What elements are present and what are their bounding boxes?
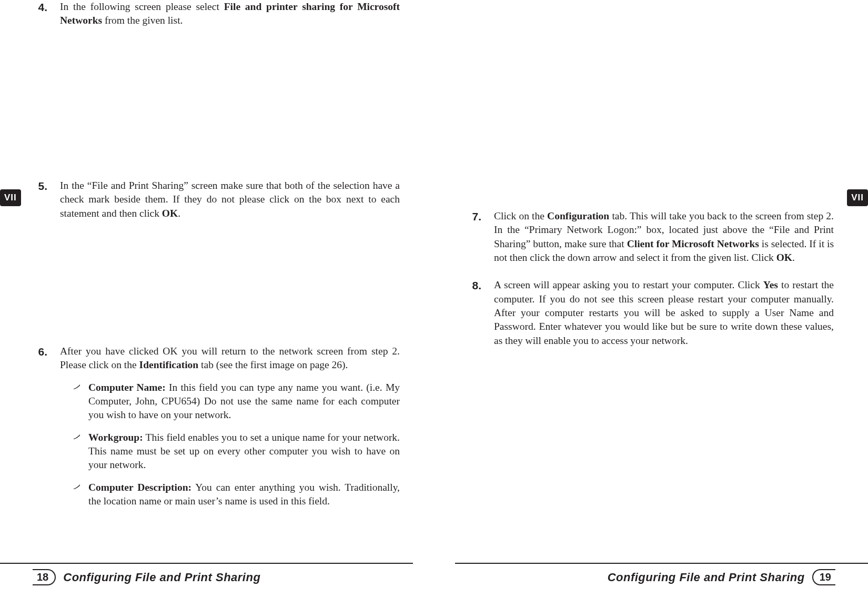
step-6: 6. After you have clicked OK you will re…: [32, 344, 400, 508]
text-bold: Configuration: [547, 210, 609, 221]
page-number-left: 18: [33, 569, 56, 585]
text-run: from the given list.: [102, 15, 183, 26]
text-run: In the “File and Print Sharing” screen m…: [60, 180, 400, 219]
footer-title-right: Configuring File and Print Sharing: [608, 571, 805, 584]
step-number: 4.: [32, 0, 47, 28]
text-bold: Client for Microsoft Networks: [627, 238, 759, 249]
bullet-item: Workgroup: This field enables you to set…: [73, 431, 400, 472]
bullet-icon: [73, 381, 81, 422]
text-run: Click on the: [494, 210, 547, 221]
step-4: 4. In the following screen please select…: [32, 0, 400, 28]
step-text: In the following screen please select Fi…: [60, 0, 400, 28]
step-5: 5. In the “File and Print Sharing” scree…: [32, 179, 400, 220]
step-text: A screen will appear asking you to resta…: [494, 278, 834, 348]
bullet-label: Computer Description:: [88, 482, 191, 493]
step-number: 5.: [32, 179, 47, 220]
step-8: 8. A screen will appear asking you to re…: [466, 278, 834, 348]
bullet-icon: [73, 481, 81, 509]
bullet-text: Computer Description: You can enter anyt…: [88, 481, 400, 509]
bullet-icon: [73, 431, 81, 472]
bullet-text: Computer Name: In this field you can typ…: [88, 381, 400, 422]
text-run: A screen will appear asking you to resta…: [494, 279, 763, 290]
bullet-text: Workgroup: This field enables you to set…: [88, 431, 400, 472]
footer-right: 19 Configuring File and Print Sharing: [434, 566, 868, 592]
footer-title-left: Configuring File and Print Sharing: [63, 571, 260, 584]
page-right: VII 7. Click on the Configuration tab. T…: [434, 0, 868, 608]
text-run: .: [178, 208, 180, 219]
bullet-label: Workgroup:: [88, 432, 143, 443]
text-bold: OK: [162, 208, 178, 219]
text-run: tab (see the first image on page 26).: [198, 359, 348, 370]
page-left: VII 4. In the following screen please se…: [0, 0, 434, 608]
text-bold: OK: [776, 252, 792, 263]
bullet-item: Computer Name: In this field you can typ…: [73, 381, 400, 422]
bullet-list: Computer Name: In this field you can typ…: [60, 381, 400, 509]
bullet-label: Computer Name:: [88, 382, 166, 393]
step-number: 6.: [32, 344, 47, 508]
step-number: 8.: [466, 278, 481, 348]
text-bold: Identification: [139, 359, 199, 370]
page-spread: VII 4. In the following screen please se…: [0, 0, 868, 608]
step-text: After you have clicked OK you will retur…: [60, 344, 400, 508]
text-bold: Yes: [763, 279, 778, 290]
footer-left: 18 Configuring File and Print Sharing: [0, 566, 434, 592]
chapter-tab-right: VII: [847, 189, 868, 206]
step-number: 7.: [466, 209, 481, 265]
chapter-tab-left: VII: [0, 189, 21, 206]
bullet-item: Computer Description: You can enter anyt…: [73, 481, 400, 509]
step-7: 7. Click on the Configuration tab. This …: [466, 209, 834, 265]
text-run: .: [792, 252, 795, 263]
footer-rule: [0, 563, 413, 564]
text-run: In the following screen please select: [60, 1, 224, 12]
step-text: Click on the Configuration tab. This wil…: [494, 209, 834, 265]
footer-rule: [455, 563, 868, 564]
step-text: In the “File and Print Sharing” screen m…: [60, 179, 400, 220]
page-number-right: 19: [812, 569, 835, 585]
